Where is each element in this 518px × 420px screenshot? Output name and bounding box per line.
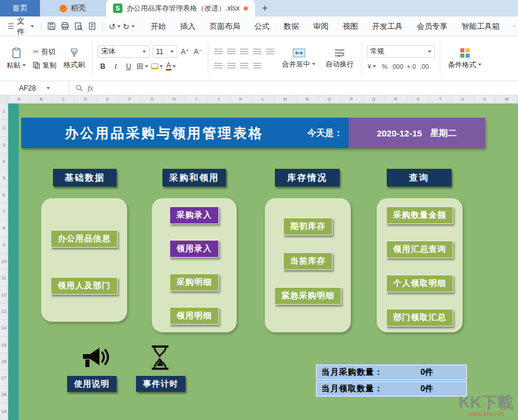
- decrease-font-button[interactable]: A⁻: [193, 46, 203, 57]
- column-header[interactable]: V: [474, 95, 496, 103]
- search-icon[interactable]: [513, 22, 516, 31]
- sheet-nav-button[interactable]: 采购明细: [170, 274, 219, 291]
- column-header[interactable]: K: [230, 95, 253, 103]
- row-header[interactable]: 2: [0, 120, 8, 136]
- paste-button[interactable]: 粘贴: [4, 39, 29, 78]
- row-header[interactable]: 7: [0, 204, 8, 220]
- column-header[interactable]: P: [341, 95, 363, 103]
- sheet-nav-button[interactable]: 当前库存: [283, 252, 333, 270]
- ribbon-tab[interactable]: 开始: [144, 19, 172, 34]
- cell-reference-box[interactable]: AF28: [0, 81, 69, 95]
- align-center-button[interactable]: [226, 61, 236, 71]
- sheet-nav-button[interactable]: 办公用品信息: [51, 230, 118, 248]
- sheet-nav-button[interactable]: 采购数量金额: [386, 206, 453, 224]
- sheet-nav-button[interactable]: 部门领取汇总: [386, 309, 453, 326]
- align-left-button[interactable]: [213, 61, 223, 71]
- magnifier-icon[interactable]: [75, 84, 83, 92]
- copy-button[interactable]: 复制: [33, 61, 57, 71]
- column-header[interactable]: H: [164, 95, 186, 103]
- row-header[interactable]: 12: [0, 286, 8, 303]
- align-bottom-button[interactable]: [239, 46, 249, 57]
- row-header[interactable]: 4: [0, 154, 8, 170]
- row-header[interactable]: 19: [0, 404, 8, 420]
- file-menu-button[interactable]: 文件: [5, 14, 38, 39]
- column-header[interactable]: A: [8, 95, 31, 103]
- borders-button[interactable]: 田: [137, 61, 148, 72]
- row-header[interactable]: 15: [0, 336, 8, 353]
- formula-input[interactable]: [99, 81, 518, 95]
- row-header[interactable]: 5: [0, 170, 8, 186]
- event-timer-button[interactable]: 事件计时: [136, 376, 185, 392]
- font-name-select[interactable]: 宋体: [98, 45, 150, 58]
- tab-docer[interactable]: 稻壳: [40, 0, 106, 16]
- sheet-nav-button[interactable]: 领用人及部门: [51, 277, 118, 295]
- new-tab-button[interactable]: +: [255, 0, 275, 16]
- column-header[interactable]: U: [451, 95, 474, 103]
- cut-button[interactable]: ✂ 剪切: [33, 47, 57, 57]
- sheet-nav-button[interactable]: 个人领取明细: [386, 275, 453, 292]
- column-header[interactable]: G: [141, 95, 164, 103]
- row-header[interactable]: 14: [0, 320, 8, 336]
- row-header[interactable]: 3: [0, 137, 8, 154]
- ribbon-tab[interactable]: 页面布局: [203, 19, 247, 34]
- column-header[interactable]: W: [496, 95, 518, 103]
- sheet-nav-button[interactable]: 采购录入: [170, 206, 219, 224]
- sheet-nav-button[interactable]: 领用录入: [170, 240, 219, 258]
- ribbon-tab[interactable]: 数据: [277, 19, 306, 34]
- sheet-nav-button[interactable]: 领用汇总查询: [386, 241, 453, 258]
- ribbon-tab[interactable]: 公式: [248, 19, 276, 34]
- align-right-button[interactable]: [239, 61, 249, 71]
- redo-caret-icon[interactable]: [131, 25, 135, 28]
- save-icon[interactable]: [47, 22, 56, 31]
- column-header[interactable]: Q: [363, 95, 386, 103]
- sheet-nav-button[interactable]: 领用明细: [170, 307, 219, 325]
- column-header[interactable]: E: [97, 95, 119, 103]
- bold-button[interactable]: B: [98, 61, 108, 72]
- align-middle-button[interactable]: [226, 46, 236, 57]
- comma-style-button[interactable]: 000: [393, 61, 403, 72]
- column-header[interactable]: B: [31, 95, 53, 103]
- sheet-canvas[interactable]: 办公用品采购与领用管理表格 今天是： 2020-12-15 星期二 基础数据 采…: [8, 104, 518, 420]
- section-header-query[interactable]: 查询: [387, 169, 451, 186]
- print-preview-icon[interactable]: [74, 22, 83, 31]
- tab-document[interactable]: S 办公用品库存管理表格（改进）.xlsx: [106, 0, 255, 16]
- column-header[interactable]: O: [318, 95, 341, 103]
- column-header[interactable]: I: [185, 95, 208, 103]
- conditional-format-button[interactable]: 条件格式: [445, 39, 484, 78]
- underline-button[interactable]: U: [124, 61, 134, 72]
- print-icon[interactable]: [61, 22, 69, 31]
- row-header[interactable]: 9: [0, 237, 8, 254]
- usage-instructions-button[interactable]: 使用说明: [67, 376, 117, 392]
- column-header[interactable]: M: [274, 95, 297, 103]
- ribbon-tab[interactable]: 会员专享: [410, 19, 454, 34]
- column-header[interactable]: D: [75, 95, 97, 103]
- sheet-nav-button[interactable]: 紧急采购明细: [274, 287, 341, 305]
- redo-icon[interactable]: ↻: [122, 22, 130, 31]
- insert-function-button[interactable]: fx: [88, 84, 93, 93]
- fill-color-button[interactable]: [151, 61, 163, 72]
- row-header[interactable]: 10: [0, 254, 8, 270]
- increase-font-button[interactable]: A⁺: [180, 46, 190, 57]
- number-format-select[interactable]: 常规: [367, 45, 435, 58]
- row-header[interactable]: 17: [0, 370, 8, 386]
- ribbon-tab[interactable]: 智能工具箱: [455, 19, 506, 34]
- decrease-decimal-button[interactable]: .00: [419, 61, 429, 72]
- row-header[interactable]: 6: [0, 187, 8, 204]
- row-header[interactable]: 18: [0, 386, 8, 403]
- select-all-corner[interactable]: [0, 95, 8, 103]
- undo-icon[interactable]: ↺: [109, 22, 116, 31]
- decrease-indent-button[interactable]: [252, 46, 262, 57]
- row-header[interactable]: 16: [0, 354, 8, 370]
- column-header[interactable]: C: [52, 95, 75, 103]
- merge-center-button[interactable]: 合并居中: [279, 39, 318, 78]
- column-header[interactable]: R: [385, 95, 407, 103]
- percent-button[interactable]: %: [380, 61, 390, 72]
- undo-caret-icon[interactable]: [117, 25, 121, 28]
- ribbon-tab[interactable]: 视图: [336, 19, 364, 34]
- export-icon[interactable]: [88, 22, 97, 31]
- increase-decimal-button[interactable]: +.0: [406, 61, 416, 72]
- column-header[interactable]: L: [252, 95, 274, 103]
- column-header[interactable]: J: [208, 95, 230, 103]
- ribbon-tab[interactable]: 开发工具: [366, 19, 409, 34]
- increase-indent-button[interactable]: [265, 46, 275, 57]
